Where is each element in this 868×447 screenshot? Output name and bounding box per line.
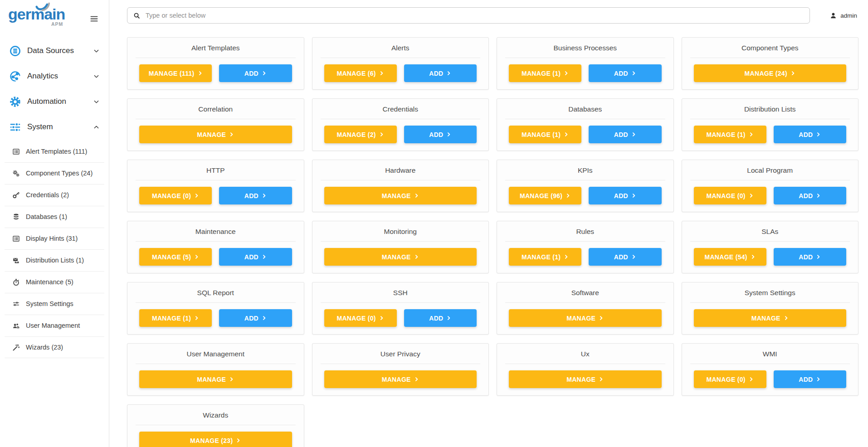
card-buttons: MANAGE (2) ADD <box>312 119 489 143</box>
add-button[interactable]: ADD <box>589 64 661 82</box>
chevron-right-icon <box>784 316 789 321</box>
add-button[interactable]: ADD <box>404 309 477 327</box>
sidebar-subitem-wizards[interactable]: Wizards (23) <box>0 336 109 358</box>
add-button[interactable]: ADD <box>774 126 846 143</box>
add-button-label: ADD <box>799 376 813 383</box>
manage-button[interactable]: MANAGE (2) <box>324 126 397 143</box>
manage-button[interactable]: MANAGE <box>139 126 292 143</box>
manage-button[interactable]: MANAGE <box>509 309 662 327</box>
card-title: Business Processes <box>497 38 673 52</box>
sidebar-subitem-user-management[interactable]: User Management <box>0 315 109 336</box>
chevron-right-icon <box>414 254 419 259</box>
manage-button-label: MANAGE (6) <box>337 70 376 77</box>
card-wizards: Wizards MANAGE (23) <box>127 404 304 447</box>
manage-button[interactable]: MANAGE (24) <box>694 64 847 82</box>
manage-button[interactable]: MANAGE (1) <box>509 126 581 143</box>
user-menu[interactable]: admin <box>829 12 859 19</box>
manage-button[interactable]: MANAGE <box>509 370 662 388</box>
card-software: Software MANAGE <box>497 282 674 335</box>
chevron-right-icon <box>379 71 384 76</box>
manage-button[interactable]: MANAGE <box>694 309 847 327</box>
manage-button[interactable]: MANAGE (0) <box>324 309 397 327</box>
manage-button[interactable]: MANAGE <box>324 370 477 388</box>
card-hardware: Hardware MANAGE <box>312 160 489 212</box>
user-label: admin <box>840 12 857 19</box>
sidebar-subitem-system-settings[interactable]: System Settings <box>0 293 109 315</box>
add-button[interactable]: ADD <box>404 64 477 82</box>
add-button[interactable]: ADD <box>404 126 477 143</box>
sidebar-subitem-component-types[interactable]: Component Types (24) <box>0 162 109 184</box>
card-title: Monitoring <box>312 221 489 236</box>
add-button[interactable]: ADD <box>589 248 661 266</box>
logo-swoosh-icon <box>34 0 52 12</box>
card-title: Distribution Lists <box>682 99 858 113</box>
manage-button[interactable]: MANAGE (54) <box>694 248 766 266</box>
add-button[interactable]: ADD <box>589 126 661 143</box>
manage-button-label: MANAGE <box>382 253 411 261</box>
card-title: Software <box>497 282 673 297</box>
add-button[interactable]: ADD <box>774 370 846 388</box>
card-buttons: MANAGE <box>312 364 489 388</box>
add-button[interactable]: ADD <box>219 64 292 82</box>
sidebar-item-analytics[interactable]: Analytics <box>0 63 109 89</box>
app-logo[interactable]: germain APM <box>8 6 65 27</box>
sidebar-subitem-credentials[interactable]: Credentials (2) <box>0 184 109 206</box>
manage-button[interactable]: MANAGE (23) <box>139 432 292 447</box>
card-databases: Databases MANAGE (1) ADD <box>497 98 674 151</box>
manage-button[interactable]: MANAGE (96) <box>509 187 581 204</box>
sidebar-subitem-label: Alert Templates (111) <box>26 148 87 155</box>
sidebar-subitem-display-hints[interactable]: Display Hints (31) <box>0 228 109 249</box>
manage-button[interactable]: MANAGE (1) <box>694 126 766 143</box>
add-button[interactable]: ADD <box>219 187 292 204</box>
manage-button-label: MANAGE (23) <box>190 437 233 444</box>
card-buttons: MANAGE (0) ADD <box>682 180 858 204</box>
user-icon <box>829 12 837 19</box>
card-distribution-lists: Distribution Lists MANAGE (1) ADD <box>682 98 859 151</box>
card-system-settings: System Settings MANAGE <box>682 282 859 335</box>
card-monitoring: Monitoring MANAGE <box>312 221 489 273</box>
user-management-icon <box>12 322 20 330</box>
manage-button[interactable]: MANAGE <box>139 370 292 388</box>
manage-button[interactable]: MANAGE (5) <box>139 248 212 266</box>
sidebar-subitem-databases[interactable]: Databases (1) <box>0 206 109 228</box>
chevron-right-icon <box>749 193 754 198</box>
sidebar-item-system[interactable]: System <box>0 114 109 140</box>
search-input[interactable] <box>145 11 804 19</box>
add-button[interactable]: ADD <box>774 187 846 204</box>
manage-button[interactable]: MANAGE <box>324 187 477 204</box>
manage-button[interactable]: MANAGE (1) <box>509 248 581 266</box>
card-buttons: MANAGE (23) <box>127 425 304 447</box>
card-title: HTTP <box>127 160 304 175</box>
sidebar-subitem-distribution-lists[interactable]: Distribution Lists (1) <box>0 249 109 271</box>
add-button-label: ADD <box>429 315 443 322</box>
card-ux: Ux MANAGE <box>497 343 674 396</box>
main-content: admin Alert Templates MANAGE (111) ADD A… <box>110 0 868 447</box>
manage-button[interactable]: MANAGE (0) <box>139 187 212 204</box>
sidebar-subitem-alert-templates[interactable]: Alert Templates (111) <box>0 141 109 162</box>
hamburger-menu-icon[interactable] <box>89 14 99 24</box>
manage-button[interactable]: MANAGE (6) <box>324 64 397 82</box>
manage-button[interactable]: MANAGE (0) <box>694 187 766 204</box>
add-button[interactable]: ADD <box>219 248 292 266</box>
card-slas: SLAs MANAGE (54) ADD <box>682 221 859 273</box>
card-buttons: MANAGE <box>127 364 304 388</box>
manage-button-label: MANAGE <box>382 376 411 383</box>
manage-button[interactable]: MANAGE (0) <box>694 370 766 388</box>
sidebar-subitem-maintenance[interactable]: Maintenance (5) <box>0 271 109 293</box>
add-button[interactable]: ADD <box>589 187 661 204</box>
add-button[interactable]: ADD <box>219 309 292 327</box>
chevron-right-icon <box>631 193 636 198</box>
card-title: Hardware <box>312 160 489 175</box>
sidebar-item-data-sources[interactable]: Data Sources <box>0 38 109 63</box>
sidebar-subitem-label: Distribution Lists (1) <box>26 257 84 264</box>
card-http: HTTP MANAGE (0) ADD <box>127 160 304 212</box>
chevron-right-icon <box>599 377 604 382</box>
add-button[interactable]: ADD <box>774 248 846 266</box>
manage-button[interactable]: MANAGE (1) <box>139 309 212 327</box>
manage-button[interactable]: MANAGE (111) <box>139 64 212 82</box>
search-bar[interactable] <box>127 7 810 24</box>
manage-button[interactable]: MANAGE (1) <box>509 64 581 82</box>
sidebar-subitem-label: Component Types (24) <box>26 170 93 177</box>
sidebar-item-automation[interactable]: Automation <box>0 89 109 114</box>
manage-button[interactable]: MANAGE <box>324 248 477 266</box>
